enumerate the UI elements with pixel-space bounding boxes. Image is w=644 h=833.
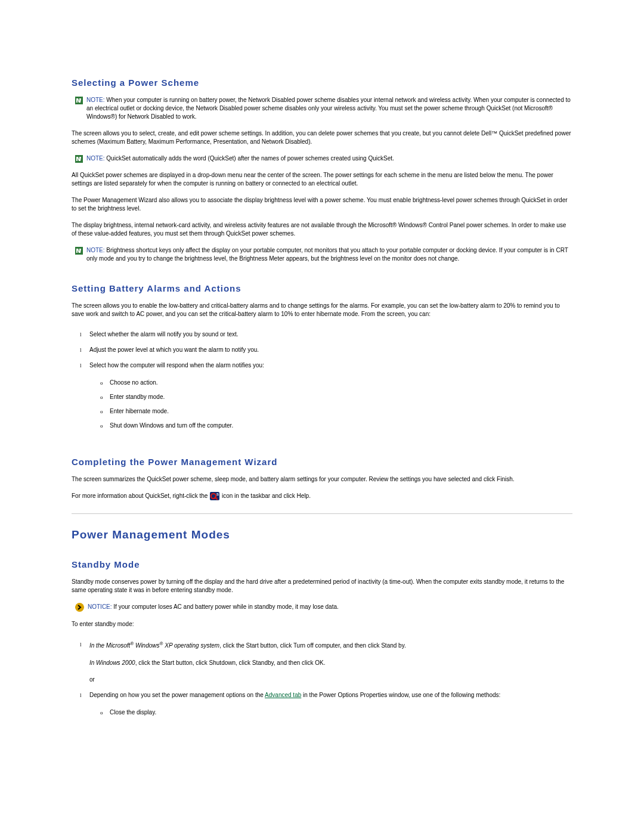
paragraph: For more information about QuickSet, rig…: [72, 492, 572, 500]
note-icon: [75, 97, 83, 104]
note-block: NOTE: Brightness shortcut keys only affe…: [75, 246, 572, 263]
list-item: In the Microsoft® Windows® XP operating …: [89, 637, 572, 687]
list-item: Choose no action.: [110, 376, 572, 390]
list-item: Shut down Windows and turn off the compu…: [110, 419, 572, 433]
list-item: Select whether the alarm will notify you…: [89, 327, 572, 342]
paragraph: The Power Management Wizard also allows …: [72, 196, 572, 213]
heading-selecting-power-scheme: Selecting a Power Scheme: [72, 78, 572, 88]
standby-steps-list: In the Microsoft® Windows® XP operating …: [72, 637, 572, 723]
note-icon: [75, 247, 83, 255]
heading-power-management-modes: Power Management Modes: [72, 528, 572, 541]
heading-standby-mode: Standby Mode: [72, 559, 572, 569]
alarm-options-list: Select whether the alarm will notify you…: [72, 327, 572, 436]
note-icon: [75, 155, 83, 163]
note-block: NOTE: When your computer is running on b…: [75, 96, 572, 121]
note-text: NOTE: Brightness shortcut keys only affe…: [86, 246, 572, 263]
notice-text: NOTICE: If your computer loses AC and ba…: [88, 603, 339, 611]
list-item: Close the display.: [110, 705, 572, 720]
list-item: Enter standby mode.: [110, 390, 572, 404]
standby-methods-sublist: Close the display.: [89, 705, 572, 720]
svg-rect-2: [75, 247, 83, 255]
paragraph: The screen allows you to select, create,…: [72, 129, 572, 146]
alarm-response-sublist: Choose no action. Enter standby mode. En…: [89, 376, 572, 433]
svg-rect-0: [75, 97, 83, 104]
paragraph: All QuickSet power schemes are displayed…: [72, 171, 572, 188]
heading-battery-alarms: Setting Battery Alarms and Actions: [72, 283, 572, 293]
notice-block: NOTICE: If your computer loses AC and ba…: [75, 603, 572, 612]
paragraph: The screen summarizes the QuickSet power…: [72, 475, 572, 484]
heading-completing-wizard: Completing the Power Management Wizard: [72, 457, 572, 467]
svg-text:S: S: [216, 493, 219, 496]
quickset-icon: S: [210, 492, 219, 500]
list-item: Depending on how you set the power manag…: [89, 688, 572, 723]
note-text: NOTE: QuickSet automatically adds the wo…: [86, 154, 394, 163]
list-item: Select how the computer will respond whe…: [89, 358, 572, 436]
svg-rect-1: [75, 155, 83, 163]
note-block: NOTE: QuickSet automatically adds the wo…: [75, 154, 572, 163]
paragraph: Standby mode conserves power by turning …: [72, 578, 572, 594]
advanced-tab-link[interactable]: Advanced tab: [265, 692, 301, 698]
list-item: Enter hibernate mode.: [110, 404, 572, 419]
note-text: NOTE: When your computer is running on b…: [86, 96, 572, 121]
divider: [72, 513, 572, 514]
paragraph: The display brightness, internal network…: [72, 221, 572, 238]
list-item: Adjust the power level at which you want…: [89, 342, 572, 358]
notice-icon: [75, 603, 84, 612]
paragraph: The screen allows you to enable the low-…: [72, 302, 572, 318]
paragraph: To enter standby mode:: [72, 620, 572, 628]
